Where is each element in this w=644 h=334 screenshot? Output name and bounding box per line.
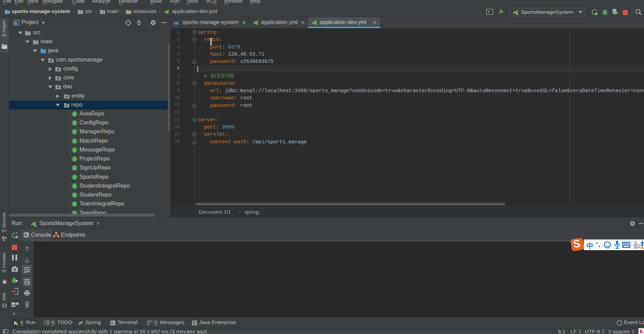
svg-text:I: I bbox=[74, 175, 75, 180]
svg-text:I: I bbox=[74, 121, 75, 125]
svg-text:I: I bbox=[74, 130, 75, 134]
svg-text:m: m bbox=[174, 20, 179, 26]
svg-text:I: I bbox=[74, 139, 75, 144]
svg-text:I: I bbox=[74, 148, 75, 153]
svg-text:I: I bbox=[74, 166, 75, 170]
svg-text:I: I bbox=[74, 193, 75, 198]
svg-text:I: I bbox=[74, 157, 75, 162]
svg-text:I: I bbox=[74, 112, 75, 116]
svg-text:I: I bbox=[74, 202, 75, 207]
svg-text:I: I bbox=[74, 184, 75, 189]
